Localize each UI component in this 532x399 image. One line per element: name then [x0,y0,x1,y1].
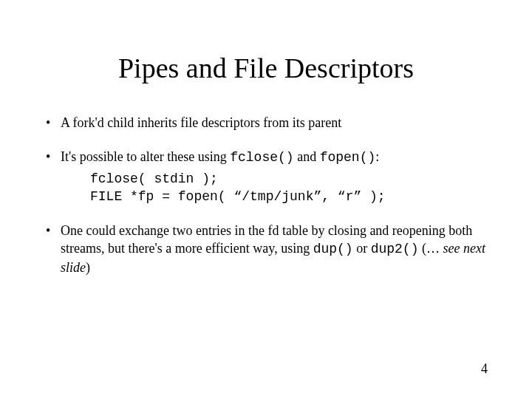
bullet-2-fclose: fclose() [230,150,293,165]
bullet-1-text: A fork'd child inherits file descriptors… [61,115,341,130]
bullet-list: A fork'd child inherits file descriptors… [44,114,488,276]
bullet-2: It's possible to alter these using fclos… [44,148,488,205]
slide-title: Pipes and File Descriptors [44,52,488,84]
code-line-1: fclose( stdin ); [90,170,488,188]
bullet-2-fopen: fopen() [320,150,376,165]
bullet-3: One could exchange two entries in the fd… [44,222,488,276]
bullet-3-paren-open: ( [418,241,426,256]
bullet-3-ellipsis: … [426,241,443,256]
bullet-2-pre: It's possible to alter these using [61,149,230,164]
page-number: 4 [481,361,488,377]
bullet-3-dup2: dup2() [371,242,419,256]
bullet-3-paren-close: ) [86,260,90,275]
slide: Pipes and File Descriptors A fork'd chil… [0,0,532,399]
bullet-3-dup: dup() [313,242,353,256]
bullet-2-post: : [375,149,379,164]
bullet-3-mid: or [353,241,371,256]
code-block: fclose( stdin ); FILE *fp = fopen( “/tmp… [90,170,488,206]
bullet-2-mid: and [294,149,320,164]
bullet-1: A fork'd child inherits file descriptors… [44,114,488,132]
code-line-2: FILE *fp = fopen( “/tmp/junk”, “r” ); [90,188,488,205]
